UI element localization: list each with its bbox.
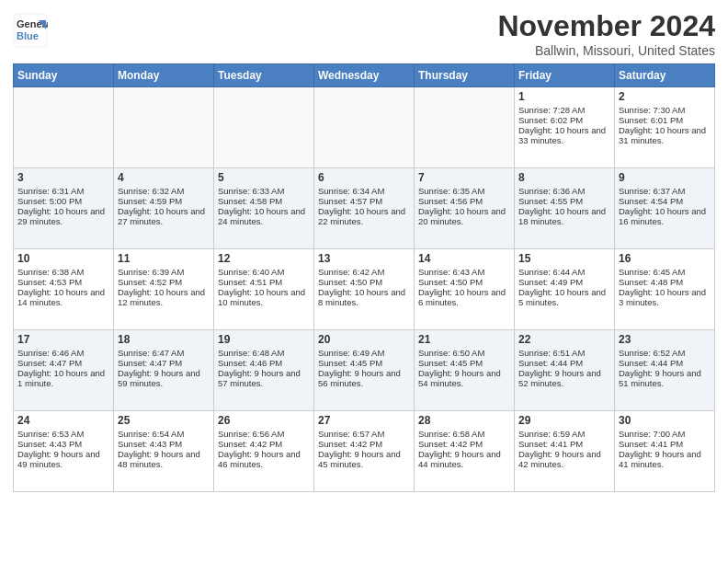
- day-number: 7: [418, 171, 510, 184]
- week-row-1: 1Sunrise: 7:28 AMSunset: 6:02 PMDaylight…: [14, 87, 715, 168]
- day-info: Sunrise: 6:46 AM: [17, 348, 109, 358]
- day-info: Daylight: 10 hours and 12 minutes.: [118, 287, 210, 307]
- day-number: 5: [218, 171, 310, 184]
- week-row-3: 10Sunrise: 6:38 AMSunset: 4:53 PMDayligh…: [14, 249, 715, 330]
- day-info: Sunrise: 6:44 AM: [518, 267, 610, 277]
- day-number: 1: [518, 90, 610, 103]
- day-number: 21: [418, 333, 510, 346]
- cell-5-3: 26Sunrise: 6:56 AMSunset: 4:42 PMDayligh…: [214, 411, 314, 492]
- day-info: Sunrise: 6:52 AM: [619, 348, 711, 358]
- day-info: Sunset: 4:41 PM: [518, 439, 610, 449]
- day-info: Daylight: 9 hours and 54 minutes.: [418, 368, 510, 388]
- cell-2-6: 8Sunrise: 6:36 AMSunset: 4:55 PMDaylight…: [515, 168, 615, 249]
- week-row-5: 24Sunrise: 6:53 AMSunset: 4:43 PMDayligh…: [14, 411, 715, 492]
- header-row: Sunday Monday Tuesday Wednesday Thursday…: [14, 64, 715, 87]
- day-number: 10: [17, 252, 109, 265]
- day-info: Daylight: 9 hours and 51 minutes.: [619, 368, 711, 388]
- day-info: Daylight: 10 hours and 27 minutes.: [118, 206, 210, 226]
- day-info: Daylight: 9 hours and 52 minutes.: [518, 368, 610, 388]
- cell-5-5: 28Sunrise: 6:58 AMSunset: 4:42 PMDayligh…: [415, 411, 515, 492]
- day-info: Daylight: 9 hours and 41 minutes.: [619, 449, 711, 469]
- day-info: Sunset: 4:50 PM: [418, 277, 510, 287]
- day-info: Daylight: 10 hours and 20 minutes.: [418, 206, 510, 226]
- day-info: Sunrise: 7:28 AM: [518, 105, 610, 115]
- day-info: Daylight: 10 hours and 16 minutes.: [619, 206, 711, 226]
- day-info: Sunrise: 6:51 AM: [518, 348, 610, 358]
- location: Ballwin, Missouri, United States: [497, 43, 715, 58]
- day-info: Sunrise: 6:38 AM: [17, 267, 109, 277]
- day-info: Sunset: 4:41 PM: [619, 439, 711, 449]
- day-info: Daylight: 10 hours and 14 minutes.: [17, 287, 109, 307]
- day-info: Sunset: 4:42 PM: [418, 439, 510, 449]
- day-number: 15: [518, 252, 610, 265]
- col-tuesday: Tuesday: [214, 64, 314, 87]
- day-info: Sunset: 4:43 PM: [118, 439, 210, 449]
- day-number: 20: [318, 333, 410, 346]
- day-info: Daylight: 9 hours and 48 minutes.: [118, 449, 210, 469]
- cell-3-2: 11Sunrise: 6:39 AMSunset: 4:52 PMDayligh…: [114, 249, 214, 330]
- title-block: November 2024 Ballwin, Missouri, United …: [497, 9, 715, 58]
- day-number: 30: [619, 414, 711, 427]
- day-info: Sunrise: 6:33 AM: [218, 186, 310, 196]
- day-info: Sunset: 4:43 PM: [17, 439, 109, 449]
- cell-3-3: 12Sunrise: 6:40 AMSunset: 4:51 PMDayligh…: [214, 249, 314, 330]
- cell-1-5: [415, 87, 515, 168]
- cell-1-1: [14, 87, 114, 168]
- day-info: Sunrise: 7:00 AM: [619, 429, 711, 439]
- cell-1-3: [214, 87, 314, 168]
- cell-4-4: 20Sunrise: 6:49 AMSunset: 4:45 PMDayligh…: [314, 330, 415, 411]
- day-info: Sunrise: 7:30 AM: [619, 105, 711, 115]
- day-info: Daylight: 10 hours and 8 minutes.: [318, 287, 410, 307]
- day-info: Sunrise: 6:36 AM: [518, 186, 610, 196]
- day-info: Sunrise: 6:43 AM: [418, 267, 510, 277]
- day-info: Sunset: 4:44 PM: [518, 358, 610, 368]
- day-info: Sunset: 4:49 PM: [518, 277, 610, 287]
- day-info: Sunset: 4:45 PM: [318, 358, 410, 368]
- day-info: Sunset: 6:01 PM: [619, 115, 711, 125]
- day-info: Sunset: 4:45 PM: [418, 358, 510, 368]
- day-info: Daylight: 10 hours and 1 minute.: [17, 368, 109, 388]
- day-info: Daylight: 10 hours and 10 minutes.: [218, 287, 310, 307]
- cell-4-7: 23Sunrise: 6:52 AMSunset: 4:44 PMDayligh…: [615, 330, 715, 411]
- cell-2-4: 6Sunrise: 6:34 AMSunset: 4:57 PMDaylight…: [314, 168, 415, 249]
- calendar-table: Sunday Monday Tuesday Wednesday Thursday…: [13, 63, 715, 492]
- day-info: Sunrise: 6:32 AM: [118, 186, 210, 196]
- col-saturday: Saturday: [615, 64, 715, 87]
- day-info: Sunset: 5:00 PM: [17, 196, 109, 206]
- day-info: Sunrise: 6:58 AM: [418, 429, 510, 439]
- day-info: Daylight: 10 hours and 3 minutes.: [619, 287, 711, 307]
- svg-text:Blue: Blue: [17, 30, 39, 41]
- day-info: Sunset: 4:56 PM: [418, 196, 510, 206]
- col-sunday: Sunday: [14, 64, 114, 87]
- day-number: 2: [619, 90, 711, 103]
- day-info: Sunrise: 6:53 AM: [17, 429, 109, 439]
- day-info: Sunrise: 6:37 AM: [619, 186, 711, 196]
- day-number: 22: [518, 333, 610, 346]
- cell-5-1: 24Sunrise: 6:53 AMSunset: 4:43 PMDayligh…: [14, 411, 114, 492]
- day-number: 9: [619, 171, 711, 184]
- day-number: 8: [518, 171, 610, 184]
- day-info: Sunset: 6:02 PM: [518, 115, 610, 125]
- day-info: Sunrise: 6:56 AM: [218, 429, 310, 439]
- day-info: Sunset: 4:42 PM: [218, 439, 310, 449]
- cell-5-4: 27Sunrise: 6:57 AMSunset: 4:42 PMDayligh…: [314, 411, 415, 492]
- month-title: November 2024: [497, 9, 715, 43]
- day-info: Daylight: 10 hours and 24 minutes.: [218, 206, 310, 226]
- day-number: 18: [118, 333, 210, 346]
- cell-3-6: 15Sunrise: 6:44 AMSunset: 4:49 PMDayligh…: [515, 249, 615, 330]
- day-number: 12: [218, 252, 310, 265]
- day-info: Sunset: 4:48 PM: [619, 277, 711, 287]
- week-row-2: 3Sunrise: 6:31 AMSunset: 5:00 PMDaylight…: [14, 168, 715, 249]
- day-info: Sunrise: 6:59 AM: [518, 429, 610, 439]
- day-info: Sunset: 4:57 PM: [318, 196, 410, 206]
- day-number: 25: [118, 414, 210, 427]
- day-info: Sunset: 4:50 PM: [318, 277, 410, 287]
- cell-2-1: 3Sunrise: 6:31 AMSunset: 5:00 PMDaylight…: [14, 168, 114, 249]
- day-info: Daylight: 9 hours and 49 minutes.: [17, 449, 109, 469]
- logo-icon: General Blue: [13, 13, 48, 48]
- day-info: Sunrise: 6:34 AM: [318, 186, 410, 196]
- cell-1-6: 1Sunrise: 7:28 AMSunset: 6:02 PMDaylight…: [515, 87, 615, 168]
- cell-2-5: 7Sunrise: 6:35 AMSunset: 4:56 PMDaylight…: [415, 168, 515, 249]
- day-info: Sunrise: 6:50 AM: [418, 348, 510, 358]
- day-number: 13: [318, 252, 410, 265]
